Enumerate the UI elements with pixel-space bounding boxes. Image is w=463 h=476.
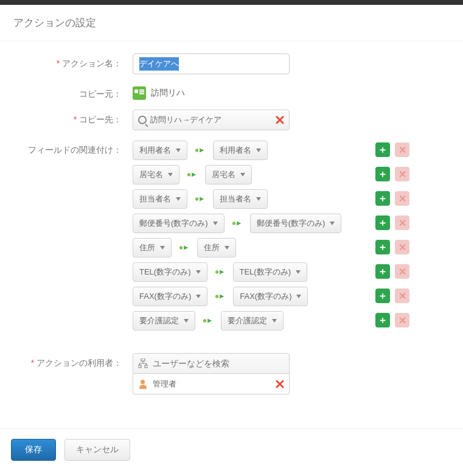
field-mapping-row: 住所住所＋✕ — [133, 237, 409, 258]
cancel-button[interactable]: キャンセル — [64, 439, 130, 461]
map-to-select[interactable]: 担当者名 — [213, 189, 268, 209]
add-mapping-button[interactable]: ＋ — [375, 264, 390, 279]
add-mapping-button[interactable]: ＋ — [375, 240, 390, 254]
dialog-footer: 保存 キャンセル — [0, 429, 463, 471]
clear-icon[interactable] — [276, 116, 284, 124]
chevron-down-icon — [196, 295, 201, 298]
arrow-right-icon — [179, 243, 190, 253]
field-mapping-row: 利用者名利用者名＋✕ — [133, 140, 409, 161]
chevron-down-icon — [225, 246, 229, 250]
svg-point-5 — [215, 270, 218, 273]
svg-rect-10 — [145, 365, 148, 368]
dialog-title: アクションの設定 — [0, 5, 463, 41]
add-mapping-button[interactable]: ＋ — [375, 142, 390, 157]
map-to-label: 要介護認定 — [228, 315, 267, 326]
arrow-right-icon — [203, 316, 214, 326]
remove-mapping-button[interactable]: ✕ — [395, 289, 409, 303]
map-to-label: 郵便番号(数字のみ) — [257, 218, 325, 229]
chevron-down-icon — [256, 197, 261, 201]
map-to-select[interactable]: 要介護認定 — [221, 311, 284, 331]
map-from-select[interactable]: 担当者名 — [133, 189, 187, 209]
map-from-select[interactable]: 要介護認定 — [133, 311, 195, 331]
svg-point-1 — [187, 173, 190, 176]
field-mapping-row: 居宅名居宅名＋✕ — [133, 164, 409, 185]
map-from-select[interactable]: TEL(数字のみ) — [133, 262, 207, 282]
map-to-select[interactable]: 住所 — [197, 238, 236, 257]
label-field-mapping: フィールドの関連付け： — [11, 140, 133, 156]
arrow-right-icon — [187, 170, 198, 180]
map-to-label: TEL(数字のみ) — [240, 267, 291, 278]
add-mapping-button[interactable]: ＋ — [375, 313, 390, 327]
field-mapping-row: TEL(数字のみ)TEL(数字のみ)＋✕ — [133, 262, 409, 282]
remove-user-icon[interactable] — [276, 380, 284, 388]
svg-point-2 — [195, 197, 198, 200]
map-from-label: TEL(数字のみ) — [139, 267, 191, 278]
map-to-select[interactable]: 郵便番号(数字のみ) — [250, 214, 342, 233]
label-action-name: アクション名： — [11, 54, 133, 69]
arrow-right-icon — [195, 145, 206, 155]
chevron-down-icon — [168, 173, 173, 177]
arrow-right-icon — [215, 292, 226, 301]
svg-point-7 — [203, 319, 206, 322]
map-to-select[interactable]: 居宅名 — [205, 165, 252, 184]
user-chip: 管理者 — [133, 374, 290, 394]
add-mapping-button[interactable]: ＋ — [375, 191, 390, 206]
field-mapping-row: 郵便番号(数字のみ)郵便番号(数字のみ)＋✕ — [133, 213, 409, 234]
remove-mapping-button[interactable]: ✕ — [395, 167, 409, 181]
map-to-label: FAX(数字のみ) — [240, 291, 291, 302]
remove-mapping-button[interactable]: ✕ — [395, 215, 409, 230]
arrow-right-icon — [232, 219, 243, 228]
label-copy-from: コピー元： — [11, 84, 133, 100]
user-search[interactable] — [133, 353, 290, 374]
add-mapping-button[interactable]: ＋ — [375, 289, 390, 303]
chevron-down-icon — [196, 270, 201, 274]
arrow-right-icon — [215, 267, 226, 277]
remove-mapping-button[interactable]: ✕ — [395, 191, 409, 206]
add-mapping-button[interactable]: ＋ — [375, 167, 390, 181]
chevron-down-icon — [176, 197, 181, 201]
remove-mapping-button[interactable]: ✕ — [395, 240, 409, 254]
chevron-down-icon — [296, 295, 301, 298]
chevron-down-icon — [160, 246, 165, 250]
svg-rect-9 — [138, 365, 141, 368]
remove-mapping-button[interactable]: ✕ — [395, 264, 409, 279]
save-button[interactable]: 保存 — [11, 439, 56, 461]
map-from-select[interactable]: 居宅名 — [133, 165, 179, 184]
svg-point-4 — [179, 246, 183, 249]
map-to-select[interactable]: 利用者名 — [213, 141, 268, 160]
chevron-down-icon — [256, 149, 261, 152]
map-from-label: 利用者名 — [139, 145, 171, 156]
window-titlebar — [0, 0, 463, 5]
map-from-select[interactable]: FAX(数字のみ) — [133, 287, 207, 306]
map-from-select[interactable]: 郵便番号(数字のみ) — [133, 214, 225, 233]
chevron-down-icon — [296, 270, 301, 274]
chevron-down-icon — [240, 173, 245, 177]
copy-to-selector[interactable]: 訪問リハ→デイケア — [133, 110, 290, 130]
map-from-label: FAX(数字のみ) — [139, 291, 191, 302]
dialog-body: アクション名： デイケアへ コピー元： 訪問リハ コピー先： 訪問リハ→デイケア — [0, 41, 463, 429]
action-name-input[interactable]: デイケアへ — [133, 54, 290, 74]
chevron-down-icon — [330, 222, 335, 225]
map-to-select[interactable]: FAX(数字のみ) — [233, 287, 308, 306]
map-from-label: 住所 — [139, 242, 155, 253]
remove-mapping-button[interactable]: ✕ — [395, 142, 409, 157]
map-from-label: 要介護認定 — [139, 315, 179, 326]
map-to-select[interactable]: TEL(数字のみ) — [233, 262, 308, 282]
map-from-select[interactable]: 住所 — [133, 238, 172, 257]
org-tree-icon[interactable] — [138, 359, 148, 368]
add-mapping-button[interactable]: ＋ — [375, 215, 390, 230]
remove-mapping-button[interactable]: ✕ — [395, 313, 409, 327]
svg-point-6 — [215, 295, 218, 298]
label-action-users: アクションの利用者： — [11, 353, 133, 369]
field-mapping-row: FAX(数字のみ)FAX(数字のみ)＋✕ — [133, 286, 409, 307]
map-from-label: 居宅名 — [139, 169, 163, 180]
chevron-down-icon — [272, 319, 277, 323]
chevron-down-icon — [213, 222, 218, 225]
map-to-label: 住所 — [204, 242, 220, 253]
action-name-value: デイケアへ — [139, 57, 179, 71]
user-search-input[interactable] — [153, 359, 284, 368]
chevron-down-icon — [184, 319, 189, 323]
map-from-label: 担当者名 — [139, 194, 171, 205]
map-to-label: 居宅名 — [212, 169, 235, 180]
map-from-select[interactable]: 利用者名 — [133, 141, 187, 160]
